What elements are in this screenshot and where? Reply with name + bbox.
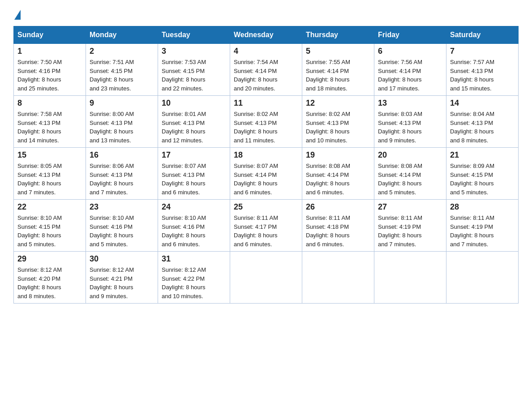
calendar-cell: 27 Sunrise: 8:11 AM Sunset: 4:19 PM Dayl… bbox=[374, 200, 446, 252]
calendar-cell: 20 Sunrise: 8:08 AM Sunset: 4:14 PM Dayl… bbox=[374, 148, 446, 200]
day-info: Sunrise: 8:12 AM Sunset: 4:20 PM Dayligh… bbox=[17, 265, 82, 300]
calendar-cell: 22 Sunrise: 8:10 AM Sunset: 4:15 PM Dayl… bbox=[14, 200, 86, 252]
day-info: Sunrise: 8:07 AM Sunset: 4:14 PM Dayligh… bbox=[234, 162, 298, 197]
calendar-cell bbox=[230, 252, 302, 304]
calendar-cell: 18 Sunrise: 8:07 AM Sunset: 4:14 PM Dayl… bbox=[230, 148, 302, 200]
day-number: 15 bbox=[17, 150, 82, 160]
calendar-cell: 19 Sunrise: 8:08 AM Sunset: 4:14 PM Dayl… bbox=[302, 148, 374, 200]
day-info: Sunrise: 8:01 AM Sunset: 4:13 PM Dayligh… bbox=[162, 110, 226, 145]
day-info: Sunrise: 8:05 AM Sunset: 4:13 PM Dayligh… bbox=[17, 162, 82, 197]
day-info: Sunrise: 8:11 AM Sunset: 4:18 PM Dayligh… bbox=[306, 214, 370, 248]
calendar-week-row: 29 Sunrise: 8:12 AM Sunset: 4:20 PM Dayl… bbox=[14, 252, 519, 304]
calendar-cell bbox=[446, 252, 519, 304]
calendar-table: SundayMondayTuesdayWednesdayThursdayFrid… bbox=[13, 26, 519, 304]
calendar-cell: 6 Sunrise: 7:56 AM Sunset: 4:14 PM Dayli… bbox=[374, 44, 446, 96]
day-info: Sunrise: 8:07 AM Sunset: 4:13 PM Dayligh… bbox=[162, 162, 226, 197]
weekday-header-monday: Monday bbox=[86, 26, 158, 44]
weekday-header-sunday: Sunday bbox=[14, 26, 86, 44]
day-info: Sunrise: 8:11 AM Sunset: 4:19 PM Dayligh… bbox=[450, 214, 515, 248]
calendar-cell bbox=[374, 252, 446, 304]
day-number: 27 bbox=[378, 202, 442, 212]
calendar-cell: 15 Sunrise: 8:05 AM Sunset: 4:13 PM Dayl… bbox=[14, 148, 86, 200]
weekday-header-wednesday: Wednesday bbox=[230, 26, 302, 44]
calendar-cell: 29 Sunrise: 8:12 AM Sunset: 4:20 PM Dayl… bbox=[14, 252, 86, 304]
day-number: 4 bbox=[234, 47, 298, 56]
day-number: 6 bbox=[378, 47, 442, 56]
day-number: 5 bbox=[306, 47, 370, 56]
calendar-cell: 4 Sunrise: 7:54 AM Sunset: 4:14 PM Dayli… bbox=[230, 44, 302, 96]
calendar-week-row: 15 Sunrise: 8:05 AM Sunset: 4:13 PM Dayl… bbox=[14, 148, 519, 200]
calendar-cell: 1 Sunrise: 7:50 AM Sunset: 4:16 PM Dayli… bbox=[14, 44, 86, 96]
day-number: 10 bbox=[162, 98, 226, 108]
day-number: 31 bbox=[162, 254, 226, 264]
day-info: Sunrise: 8:02 AM Sunset: 4:13 PM Dayligh… bbox=[234, 110, 298, 145]
calendar-week-row: 22 Sunrise: 8:10 AM Sunset: 4:15 PM Dayl… bbox=[14, 200, 519, 252]
day-info: Sunrise: 7:56 AM Sunset: 4:14 PM Dayligh… bbox=[378, 58, 442, 93]
calendar-cell: 30 Sunrise: 8:12 AM Sunset: 4:21 PM Dayl… bbox=[86, 252, 158, 304]
day-info: Sunrise: 8:02 AM Sunset: 4:13 PM Dayligh… bbox=[306, 110, 370, 145]
day-info: Sunrise: 8:12 AM Sunset: 4:21 PM Dayligh… bbox=[90, 265, 154, 300]
day-number: 21 bbox=[450, 150, 515, 160]
day-number: 1 bbox=[17, 47, 82, 56]
calendar-cell: 26 Sunrise: 8:11 AM Sunset: 4:18 PM Dayl… bbox=[302, 200, 374, 252]
day-number: 26 bbox=[306, 202, 370, 212]
calendar-week-row: 1 Sunrise: 7:50 AM Sunset: 4:16 PM Dayli… bbox=[14, 44, 519, 96]
calendar-cell: 12 Sunrise: 8:02 AM Sunset: 4:13 PM Dayl… bbox=[302, 96, 374, 148]
day-info: Sunrise: 8:10 AM Sunset: 4:16 PM Dayligh… bbox=[90, 214, 154, 248]
day-number: 22 bbox=[17, 202, 82, 212]
day-info: Sunrise: 7:50 AM Sunset: 4:16 PM Dayligh… bbox=[17, 58, 82, 93]
day-info: Sunrise: 7:53 AM Sunset: 4:15 PM Dayligh… bbox=[162, 58, 226, 93]
day-info: Sunrise: 8:12 AM Sunset: 4:22 PM Dayligh… bbox=[162, 265, 226, 300]
calendar-cell: 21 Sunrise: 8:09 AM Sunset: 4:15 PM Dayl… bbox=[446, 148, 519, 200]
day-number: 23 bbox=[90, 202, 154, 212]
calendar-cell bbox=[302, 252, 374, 304]
day-info: Sunrise: 8:03 AM Sunset: 4:13 PM Dayligh… bbox=[378, 110, 442, 145]
calendar-cell: 13 Sunrise: 8:03 AM Sunset: 4:13 PM Dayl… bbox=[374, 96, 446, 148]
day-number: 24 bbox=[162, 202, 226, 212]
day-info: Sunrise: 8:11 AM Sunset: 4:19 PM Dayligh… bbox=[378, 214, 442, 248]
calendar-cell: 16 Sunrise: 8:06 AM Sunset: 4:13 PM Dayl… bbox=[86, 148, 158, 200]
day-info: Sunrise: 7:51 AM Sunset: 4:15 PM Dayligh… bbox=[90, 58, 154, 93]
day-info: Sunrise: 8:09 AM Sunset: 4:15 PM Dayligh… bbox=[450, 162, 515, 197]
calendar-cell: 8 Sunrise: 7:58 AM Sunset: 4:13 PM Dayli… bbox=[14, 96, 86, 148]
day-number: 11 bbox=[234, 98, 298, 108]
calendar-cell: 11 Sunrise: 8:02 AM Sunset: 4:13 PM Dayl… bbox=[230, 96, 302, 148]
calendar-week-row: 8 Sunrise: 7:58 AM Sunset: 4:13 PM Dayli… bbox=[14, 96, 519, 148]
weekday-header-tuesday: Tuesday bbox=[158, 26, 230, 44]
day-number: 12 bbox=[306, 98, 370, 108]
calendar-cell: 17 Sunrise: 8:07 AM Sunset: 4:13 PM Dayl… bbox=[158, 148, 230, 200]
day-number: 2 bbox=[90, 47, 154, 56]
day-info: Sunrise: 8:10 AM Sunset: 4:16 PM Dayligh… bbox=[162, 214, 226, 248]
calendar-cell: 9 Sunrise: 8:00 AM Sunset: 4:13 PM Dayli… bbox=[86, 96, 158, 148]
weekday-header-saturday: Saturday bbox=[446, 26, 519, 44]
day-info: Sunrise: 8:06 AM Sunset: 4:13 PM Dayligh… bbox=[90, 162, 154, 197]
calendar-cell: 3 Sunrise: 7:53 AM Sunset: 4:15 PM Dayli… bbox=[158, 44, 230, 96]
weekday-header-thursday: Thursday bbox=[302, 26, 374, 44]
day-number: 13 bbox=[378, 98, 442, 108]
day-info: Sunrise: 8:00 AM Sunset: 4:13 PM Dayligh… bbox=[90, 110, 154, 145]
calendar-cell: 14 Sunrise: 8:04 AM Sunset: 4:13 PM Dayl… bbox=[446, 96, 519, 148]
day-number: 16 bbox=[90, 150, 154, 160]
day-number: 18 bbox=[234, 150, 298, 160]
day-number: 14 bbox=[450, 98, 515, 108]
day-info: Sunrise: 7:58 AM Sunset: 4:13 PM Dayligh… bbox=[17, 110, 82, 145]
day-info: Sunrise: 7:55 AM Sunset: 4:14 PM Dayligh… bbox=[306, 58, 370, 93]
page-header bbox=[13, 9, 519, 18]
calendar-cell: 28 Sunrise: 8:11 AM Sunset: 4:19 PM Dayl… bbox=[446, 200, 519, 252]
weekday-header-row: SundayMondayTuesdayWednesdayThursdayFrid… bbox=[14, 26, 519, 44]
day-info: Sunrise: 8:10 AM Sunset: 4:15 PM Dayligh… bbox=[17, 214, 82, 248]
calendar-cell: 23 Sunrise: 8:10 AM Sunset: 4:16 PM Dayl… bbox=[86, 200, 158, 252]
day-number: 7 bbox=[450, 47, 515, 56]
calendar-cell: 31 Sunrise: 8:12 AM Sunset: 4:22 PM Dayl… bbox=[158, 252, 230, 304]
logo-triangle-icon bbox=[14, 10, 21, 20]
day-number: 20 bbox=[378, 150, 442, 160]
day-number: 9 bbox=[90, 98, 154, 108]
calendar-cell: 24 Sunrise: 8:10 AM Sunset: 4:16 PM Dayl… bbox=[158, 200, 230, 252]
day-number: 28 bbox=[450, 202, 515, 212]
day-number: 25 bbox=[234, 202, 298, 212]
day-info: Sunrise: 7:57 AM Sunset: 4:13 PM Dayligh… bbox=[450, 58, 515, 93]
logo bbox=[13, 9, 21, 18]
calendar-cell: 5 Sunrise: 7:55 AM Sunset: 4:14 PM Dayli… bbox=[302, 44, 374, 96]
weekday-header-friday: Friday bbox=[374, 26, 446, 44]
calendar-cell: 10 Sunrise: 8:01 AM Sunset: 4:13 PM Dayl… bbox=[158, 96, 230, 148]
